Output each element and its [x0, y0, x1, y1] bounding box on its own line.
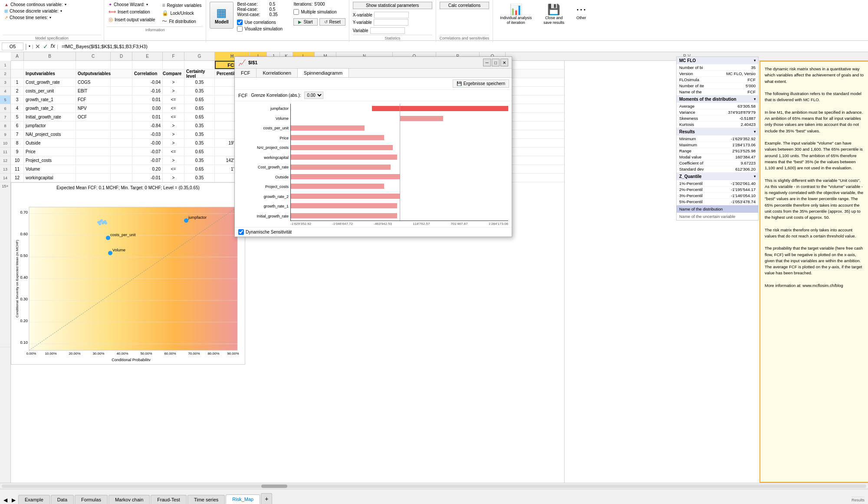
tab-markov[interactable]: Markov chain [108, 495, 150, 504]
ribbon-group-corr: Calc correlations Correlations and sensi… [436, 0, 493, 42]
multiple-sim-checkbox[interactable] [293, 9, 299, 15]
dyn-sens-checkbox[interactable] [238, 229, 244, 235]
svg-text:Volume: Volume [112, 248, 125, 252]
tab-riskmap[interactable]: Risk_Map [226, 494, 260, 504]
modal-dialog[interactable]: 📈 $I$1 ─ □ ✕ FCF Korrelationen Spinnendi… [234, 56, 512, 237]
use-corr-label: Use correlations [244, 20, 276, 25]
visualize-sim-checkbox[interactable] [237, 26, 243, 32]
svg-point-37 [99, 223, 101, 225]
disc-icon: ⊞ [4, 9, 8, 13]
other-icon: ⋯ [576, 3, 586, 16]
svg-text:jumpfactor: jumpfactor [188, 215, 207, 220]
calc-corr-button[interactable]: Calc correlations [440, 2, 490, 9]
dropdown-arrow3-icon: ▾ [49, 16, 51, 20]
right-spreadsheet-area [564, 61, 760, 483]
svg-point-32 [108, 251, 112, 255]
tab-data[interactable]: Data [51, 495, 74, 504]
insert-corr-btn[interactable]: ⟺ Insert correlation [107, 8, 157, 15]
svg-text:90.00%: 90.00% [227, 352, 239, 356]
modal-close-btn[interactable]: ✕ [500, 59, 508, 66]
formula-input[interactable] [60, 43, 866, 50]
col-header-r: R-V [506, 52, 868, 60]
svg-text:50.00%: 50.00% [140, 352, 152, 356]
show-stat-button[interactable]: Show statistical parameters [353, 2, 432, 9]
individual-analysis-button[interactable]: 📊 Individual analysis of iteration [496, 2, 535, 27]
group-label-results: Results [852, 497, 865, 502]
ribbon-group-results: 📊 Individual analysis of iteration 💾 Clo… [493, 0, 868, 42]
triangle-icon: ▲ [4, 2, 9, 7]
svg-text:Conditional Probability: Conditional Probability [112, 358, 151, 361]
col-header-a: A [11, 52, 24, 60]
start-button[interactable]: ▶ Start [293, 18, 317, 26]
confirm-icon[interactable]: ✓ [43, 43, 48, 50]
tab-fraud[interactable]: Fraud-Test [151, 495, 187, 504]
x-variable-input[interactable] [374, 12, 409, 18]
tab-timeseries[interactable]: Time series [187, 495, 225, 504]
chart-container: Expected Mean FCF: 0.1 MCHF; Min. Target… [11, 182, 245, 365]
svg-text:0.40: 0.40 [20, 275, 28, 280]
wizard-btn[interactable]: ✦ Choose Wizard: ▾ [107, 2, 157, 7]
svg-text:30.00%: 30.00% [92, 352, 104, 356]
register-btn[interactable]: ≡ Register variables [160, 2, 203, 9]
dropdown-arrow4-icon: ▾ [146, 3, 148, 7]
variable-input[interactable] [370, 27, 405, 34]
reset-icon: ↺ [324, 20, 328, 24]
other-button[interactable]: ⋯ Other [572, 2, 590, 22]
modal-icon: 📈 [238, 59, 246, 66]
reset-button[interactable]: ↺ Reset [319, 18, 345, 26]
modal-tab-korrelationen[interactable]: Korrelationen [256, 69, 297, 77]
tab-nav-prev[interactable]: ◀ [2, 496, 9, 504]
group-label-corr: Correlations and sensitivities [440, 35, 490, 40]
close-save-button[interactable]: 💾 Close and save results [539, 2, 569, 27]
iterations-value: 5'000 [314, 2, 325, 7]
real-case-value: 0.5 [269, 7, 286, 12]
svg-text:70.00%: 70.00% [188, 352, 200, 356]
modal-controls: ─ □ ✕ [483, 59, 508, 66]
hscroll-bar[interactable] [0, 483, 868, 489]
col-header-e: E [132, 52, 163, 60]
svg-text:0.60: 0.60 [20, 232, 28, 236]
modal-chart-area: jumpfactor Volume costs_per_unit Price N… [235, 101, 512, 227]
ergebnisse-btn[interactable]: 💾 Ergebnisse speichern [453, 79, 509, 88]
svg-text:costs_per_unit: costs_per_unit [110, 233, 136, 237]
tab-nav-next[interactable]: ▶ [10, 496, 17, 504]
modal-minimize-btn[interactable]: ─ [483, 59, 491, 66]
fit-dist-btn[interactable]: 〜 Fit distribution [160, 17, 203, 26]
svg-text:0.20: 0.20 [20, 319, 28, 323]
save-disk-icon: 💾 [457, 81, 462, 86]
col-header-f: F [163, 52, 184, 60]
insert-output-btn[interactable]: ◎ Insert output variable [107, 16, 157, 23]
svg-text:0.10: 0.10 [20, 340, 28, 345]
col-header-g: G [184, 52, 215, 60]
ribbon-group-modell: ▦ Modell Best-case: 0.5 Real-case: 0.5 W… [206, 0, 349, 42]
modell-button[interactable]: ▦ Modell [210, 2, 233, 29]
choose-ts-btn[interactable]: ↗ Choose time series: ▾ [3, 15, 101, 20]
modal-maximize-btn[interactable]: □ [492, 59, 500, 66]
modal-tab-fcf[interactable]: FCF [235, 69, 256, 77]
yellow-panel-text: The dynamic risk matrix shows in a quant… [765, 66, 864, 289]
cancel-icon[interactable]: ✕ [35, 43, 40, 50]
cell-ref-input[interactable] [2, 43, 23, 50]
modal-tab-spinnen[interactable]: Spinnendiagramm [298, 69, 349, 77]
tab-add[interactable]: + [261, 493, 272, 504]
use-corr-checkbox[interactable] [237, 20, 243, 25]
tab-formulas[interactable]: Formulas [75, 495, 108, 504]
lock-unlock-btn[interactable]: 🔒 Lock/Unlock [160, 10, 203, 16]
individual-icon: 📊 [510, 3, 523, 16]
choose-cont-btn[interactable]: ▲ Choose continous variable: ▾ [3, 2, 101, 7]
iterations-label: Iterations: [293, 2, 312, 7]
corr-value-select[interactable]: 0.00 [304, 92, 323, 99]
fx-icon[interactable]: fx [51, 43, 56, 50]
group-label-info: Information [107, 26, 203, 32]
formula-bar: | ▾ | ✕ ✓ fx | [0, 41, 868, 52]
tab-example[interactable]: Example [18, 495, 50, 504]
ts-icon: ↗ [4, 15, 8, 20]
y-variable-input[interactable] [374, 19, 408, 26]
corr-label: Grenze Korrelation (abs.): [251, 93, 301, 98]
svg-point-38 [100, 219, 103, 222]
yellow-info-panel: The dynamic risk matrix shows in a quant… [760, 61, 868, 483]
modal-toolbar: FCF Grenze Korrelation (abs.): 0.00 [235, 90, 512, 101]
choose-disc-btn[interactable]: ⊞ Choose discrete variable: ▾ [3, 8, 101, 14]
visualize-sim-label: Visualize simulation [244, 26, 283, 31]
fit-icon: 〜 [162, 18, 167, 25]
